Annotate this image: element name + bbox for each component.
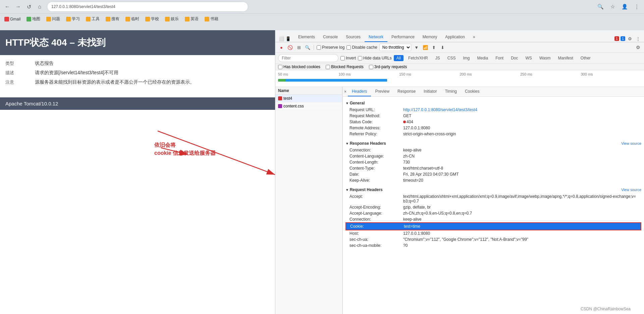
network-conditions-button[interactable]: ▼ <box>413 44 420 51</box>
details-tab-cookies[interactable]: Cookies <box>461 87 483 96</box>
request-item-content-css[interactable]: content.css <box>275 102 342 110</box>
bookmark-school[interactable]: 学校 <box>144 15 161 23</box>
bookmark-english[interactable]: 英语 <box>183 15 200 23</box>
req-sec-ch-ua-mobile-val: ?0 <box>403 243 408 248</box>
response-headers-view-source[interactable]: View source <box>621 141 641 145</box>
bookmark-books[interactable]: 书籍 <box>203 15 220 23</box>
resp-content-length-row: Content-Length: 730 <box>345 159 641 165</box>
request-headers-section[interactable]: Request Headers <box>345 186 383 193</box>
filter-input[interactable] <box>278 54 338 62</box>
third-party-checkbox[interactable]: 3rd-party requests <box>369 64 407 69</box>
details-tab-timing[interactable]: Timing <box>441 87 461 96</box>
inspect-element-button[interactable]: ⬜ <box>278 35 285 42</box>
response-headers-section[interactable]: Response Headers <box>345 140 386 147</box>
chip-media[interactable]: Media <box>474 55 491 61</box>
address-bar[interactable]: 127.0.0.1:8080/servlet14/test3/test4 <box>47 2 248 12</box>
details-tab-response[interactable]: Response <box>393 87 420 96</box>
type-label: 类型 <box>5 60 32 66</box>
bookmark-gmail[interactable]: Gmail <box>3 16 22 22</box>
details-tab-preview[interactable]: Preview <box>371 87 393 96</box>
settings-button[interactable]: ⋮ <box>632 2 641 11</box>
bookmark-search[interactable]: 搜有 <box>104 15 121 23</box>
bookmark-tools[interactable]: 工具 <box>84 15 101 23</box>
devtools-settings-button[interactable]: ⚙ <box>627 35 633 42</box>
bookmark-map[interactable]: 地图 <box>25 15 42 23</box>
request-item-test4[interactable]: test4 <box>275 95 342 102</box>
clear-button[interactable]: 🚫 <box>287 44 293 51</box>
tab-network[interactable]: Network <box>365 33 387 42</box>
record-button[interactable]: ● <box>278 44 285 51</box>
wifi-icon[interactable]: 📶 <box>422 44 429 51</box>
tab-elements[interactable]: Elements <box>294 33 319 42</box>
back-button[interactable]: ← <box>3 2 12 11</box>
chip-css[interactable]: CSS <box>445 55 459 61</box>
chip-all[interactable]: All <box>394 55 404 61</box>
details-tab-headers[interactable]: Headers <box>348 87 371 96</box>
chip-manifest[interactable]: Manifest <box>555 55 576 61</box>
invert-checkbox[interactable]: Invert <box>340 56 356 60</box>
device-mode-button[interactable]: 📱 <box>285 35 291 42</box>
page-info: 类型 状态报告 描述 请求的资源[/servlet14/test3/test4]… <box>0 55 275 94</box>
request-headers-view-source[interactable]: View source <box>621 188 641 192</box>
forward-button[interactable]: → <box>13 2 23 11</box>
chip-img[interactable]: Img <box>460 55 472 61</box>
export-har-button[interactable]: ⬇ <box>439 44 446 51</box>
remote-address-row: Remote Address: 127.0.0.1:8080 <box>345 125 641 131</box>
network-settings-button[interactable]: ⚙ <box>635 44 641 51</box>
tab-more[interactable]: » <box>469 33 479 42</box>
req-accept-language-val: zh-CN,zh;q=0.9,en-US;q=0.8,en;q=0.7 <box>403 211 472 216</box>
req-accept-key: Accept: <box>350 194 403 204</box>
resp-content-length-val: 730 <box>403 160 410 165</box>
details-tab-initiator[interactable]: Initiator <box>420 87 441 96</box>
req-sec-ch-ua-mobile-row: sec-ch-ua-mobile: ?0 <box>345 242 641 249</box>
bookmark-entertainment[interactable]: 娱乐 <box>163 15 180 23</box>
search-network-button[interactable]: 🔍 <box>304 44 311 51</box>
req-cookie-val: test=time <box>404 224 420 229</box>
timeline-150ms: 150 ms <box>399 72 460 76</box>
preserve-log-checkbox[interactable]: Preserve log <box>317 45 344 50</box>
refresh-button[interactable]: ↺ <box>24 2 34 11</box>
devtools-more-button[interactable]: ⋮ <box>635 35 641 42</box>
extensions-button[interactable]: 🔍 <box>596 2 605 11</box>
chip-ws[interactable]: WS <box>523 55 535 61</box>
hide-data-urls-checkbox[interactable]: Hide data URLs <box>358 56 392 60</box>
filter-toggle-button[interactable]: ⊞ <box>296 44 302 51</box>
chip-js[interactable]: JS <box>433 55 443 61</box>
chip-wasm[interactable]: Wasm <box>537 55 553 61</box>
req-host-key: Host: <box>350 231 403 236</box>
bookmarks-bar: Gmail 地图 问题 学习 工具 搜有 临时 学校 <box>0 13 644 24</box>
tab-memory[interactable]: Memory <box>419 33 441 42</box>
bookmark-question[interactable]: 问题 <box>45 15 62 23</box>
tab-console[interactable]: Console <box>319 33 342 42</box>
chip-font[interactable]: Font <box>493 55 506 61</box>
chip-fetchxhr[interactable]: Fetch/XHR <box>406 55 431 61</box>
resp-date-val: Fri, 28 Apr 2023 04:07:30 GMT <box>403 172 459 177</box>
req-connection-row: Connection: keep-alive <box>345 216 641 222</box>
network-list-header: Name <box>275 87 342 95</box>
chip-other[interactable]: Other <box>578 55 593 61</box>
details-close-button[interactable]: × <box>344 89 346 94</box>
bookmark-study[interactable]: 学习 <box>64 15 82 23</box>
bookmark-temp[interactable]: 临时 <box>124 15 141 23</box>
req-sec-ch-ua-row: sec-ch-ua: "Chromium";v="112", "Google C… <box>345 236 641 242</box>
throttle-select[interactable]: No throttling Fast 3G Slow 3G Offline <box>379 44 411 51</box>
status-code-row: Status Code: 404 <box>345 119 641 125</box>
import-har-button[interactable]: ⬆ <box>431 44 437 51</box>
separator1 <box>314 45 314 50</box>
tab-application[interactable]: Application <box>441 33 469 42</box>
req-cookie-row[interactable]: Cookie: test=time <box>345 222 641 230</box>
network-toolbar: ● 🚫 ⊞ 🔍 Preserve log Disable cache No th… <box>275 42 644 53</box>
bookmark-button[interactable]: ☆ <box>608 2 617 11</box>
profile-button[interactable]: 👤 <box>620 2 629 11</box>
tab-performance[interactable]: Performance <box>387 33 419 42</box>
has-blocked-cookies-checkbox[interactable]: Has blocked cookies <box>278 64 320 69</box>
home-button[interactable]: ⌂ <box>35 2 44 11</box>
chip-doc[interactable]: Doc <box>508 55 521 61</box>
remote-address-val: 127.0.0.1:8080 <box>403 126 430 130</box>
disable-cache-checkbox[interactable]: Disable cache <box>346 45 377 50</box>
tab-sources[interactable]: Sources <box>342 33 365 42</box>
blocked-requests-checkbox[interactable]: Blocked Requests <box>326 64 364 69</box>
req-connection-val: keep-alive <box>403 217 422 222</box>
general-section-header[interactable]: General <box>345 99 641 107</box>
timeline-bars <box>278 77 641 84</box>
